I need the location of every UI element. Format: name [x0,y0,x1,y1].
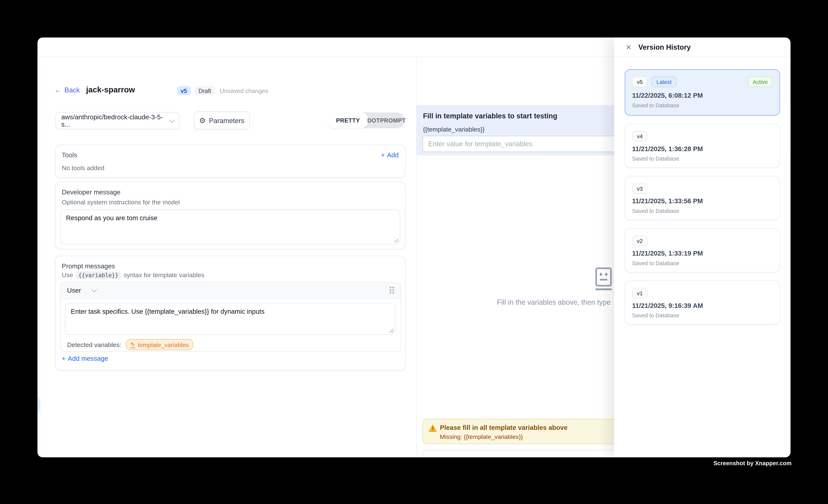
version-number-badge: v4 [632,131,648,141]
version-badges-row: v1 [632,288,773,298]
version-card[interactable]: v5 Latest Active 11/22/2025, 6:08:12 PM … [625,69,780,116]
prompt-messages-section: Prompt messages Use {{variable}} syntax … [55,256,406,371]
developer-message-subtitle: Optional system instructions for the mod… [62,199,180,206]
version-saved-label: Saved to Database [632,155,679,162]
add-message-label: Add message [68,355,108,362]
warning-icon [429,425,437,432]
version-badges-row: v4 [632,131,773,141]
version-timestamp: 11/21/2025, 1:33:56 PM [632,198,703,205]
version-badge: v5 [177,86,191,95]
page-title: jack-sparrow [86,85,135,94]
developer-message-box: Respond as you are tom cruise [60,210,400,245]
warning-missing-text: Missing: {{template_variables}} [440,434,523,440]
left-edge-pill [37,398,40,413]
back-arrow-icon: ← [54,87,61,93]
version-card[interactable]: v4 11/21/2025, 1:36:28 PM Saved to Datab… [625,124,780,168]
version-number-badge: v5 [632,77,648,87]
version-timestamp: 11/21/2025, 9:16:39 AM [632,302,703,309]
version-timestamp: 11/21/2025, 1:33:19 PM [632,250,703,257]
gear-icon: ⚙ [199,117,206,124]
prompt-messages-title: Prompt messages [62,262,115,270]
version-number-badge: v1 [632,288,648,298]
parameters-label: Parameters [209,117,244,124]
pencil-icon: ✎ [130,341,135,348]
detected-variables-row: Detected variables: ✎ template_variables [67,339,194,350]
chat-input-box[interactable] [422,450,644,457]
chevron-down-icon [169,117,175,123]
version-history-drawer: ✕ Version History v5 Latest Active 11/22… [614,37,791,457]
version-saved-label: Saved to Database [632,102,679,109]
back-button[interactable]: ← Back [54,86,80,94]
model-select-value: aws/anthropic/bedrock-claude-3-5-s... [61,113,170,128]
empty-state-text: Fill in the variables above, then type [497,298,611,306]
app-window: ← Back jack-sparrow v5 Draft Unsaved cha… [37,37,791,457]
version-saved-label: Saved to Database [632,312,679,319]
resize-grip-icon[interactable] [389,328,394,333]
tools-title: Tools [62,152,77,159]
add-tool-button[interactable]: + Add [381,152,399,159]
use-suffix: syntax for template variables [124,271,204,279]
version-saved-label: Saved to Database [632,260,679,266]
add-message-button[interactable]: + Add message [62,355,108,362]
warning-title: Please fill in all template variables ab… [440,424,567,431]
toggle-pretty[interactable]: PRETTY [327,113,369,128]
tools-section: Tools + Add No tools added [55,145,406,178]
detected-variable-name: template_variables [138,341,189,348]
role-select[interactable]: User [67,287,81,294]
version-card[interactable]: v2 11/21/2025, 1:33:19 PM Saved to Datab… [625,228,780,272]
parameters-button[interactable]: ⚙ Parameters [194,112,250,129]
version-history-header: ✕ Version History [614,37,791,57]
version-card[interactable]: v1 11/21/2025, 9:16:39 AM Saved to Datab… [625,281,780,325]
version-badges-row: v5 Latest Active [632,77,773,87]
version-number-badge: v2 [632,236,648,246]
detected-variables-label: Detected variables: [67,341,121,348]
latest-badge: Latest [652,77,676,87]
banner-title: Fill in template variables to start test… [423,112,557,120]
close-icon[interactable]: ✕ [626,44,631,50]
left-edge-strip [37,57,41,457]
prompt-message-input[interactable]: Enter task specifics. Use {{template_var… [66,304,395,334]
template-variable-label: {{template_variables}} [423,126,485,133]
developer-message-input[interactable]: Respond as you are tom cruise [61,210,400,244]
version-badges-row: v2 [632,236,773,246]
template-variable-input[interactable] [422,136,644,152]
prompt-message-block: User Enter task specifics. Use {{templat… [60,282,401,351]
version-timestamp: 11/22/2025, 6:08:12 PM [632,92,703,99]
version-badges-row: v3 [632,183,773,194]
watermark-text: Screenshot by Xnapper.com [713,460,791,466]
tools-empty-text: No tools added [62,164,105,172]
drag-handle-icon[interactable] [390,287,395,294]
toggle-dotprompt[interactable]: DOTPROMPT [369,113,405,128]
detected-variable-badge[interactable]: ✎ template_variables [126,339,194,350]
message-role-header: User [61,283,401,299]
chevron-down-icon[interactable] [92,287,97,292]
developer-message-title: Developer message [62,188,120,196]
developer-message-section: Developer message Optional system instru… [55,182,406,249]
unsaved-changes-label: Unsaved changes [220,88,268,94]
prompt-message-box: Enter task specifics. Use {{template_var… [65,303,396,335]
resize-grip-icon[interactable] [394,238,399,243]
version-card[interactable]: v3 11/21/2025, 1:33:56 PM Saved to Datab… [625,176,780,220]
draft-badge: Draft [195,86,215,95]
plus-icon: + [381,152,385,159]
view-mode-toggle: PRETTY DOTPROMPT [327,113,405,128]
model-select[interactable]: aws/anthropic/bedrock-claude-3-5-s... [55,112,179,129]
version-list: v5 Latest Active 11/22/2025, 6:08:12 PM … [625,69,780,325]
version-timestamp: 11/21/2025, 1:36:28 PM [632,145,703,153]
add-tool-label: Add [387,152,399,159]
template-warning: Please fill in all template variables ab… [422,419,644,444]
variable-code-chip: {{variable}} [76,271,121,279]
version-history-title: Version History [638,43,691,51]
prompt-messages-subtitle: Use {{variable}} syntax for template var… [62,271,204,279]
back-label: Back [65,86,80,94]
active-badge: Active [748,77,773,87]
robot-face-icon [593,267,614,292]
plus-icon: + [62,355,66,362]
use-prefix: Use [62,271,73,279]
version-number-badge: v3 [632,183,648,194]
version-saved-label: Saved to Database [632,208,679,214]
screenshot-stage: ← Back jack-sparrow v5 Draft Unsaved cha… [0,0,828,504]
